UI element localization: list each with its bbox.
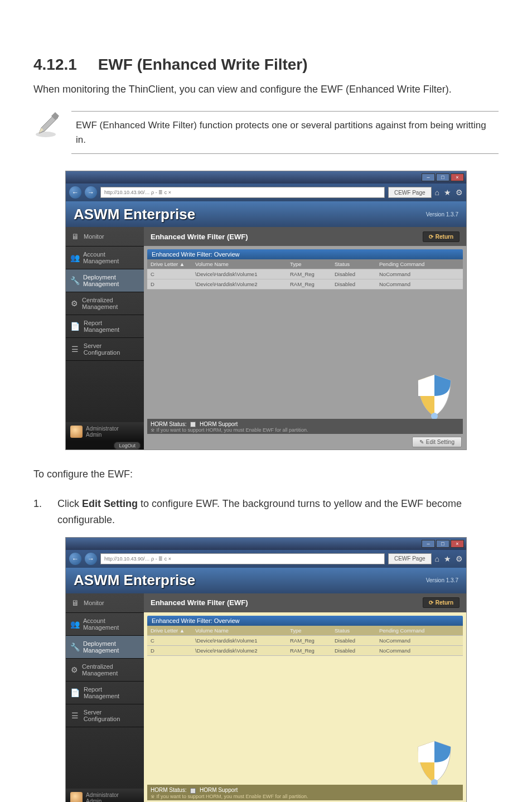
col-volume[interactable]: Volume Name <box>192 259 287 269</box>
window-titlebar: – □ × <box>66 538 466 550</box>
edit-setting-button[interactable]: ✎Edit Setting <box>412 437 462 447</box>
back-icon[interactable]: ← <box>69 186 81 199</box>
main-panel-edit: Enhanced Write Filter (EWF) ⟳Return Enha… <box>144 593 466 802</box>
sidebar-item-report[interactable]: 📄Report Management <box>66 315 144 338</box>
edit-icon: ✎ <box>419 439 424 445</box>
col-type[interactable]: Type <box>287 259 331 269</box>
panel-heading-text: Enhanced Write Filter (EWF) <box>151 598 248 607</box>
bold-edit-setting: Edit Setting <box>82 498 138 509</box>
table-row[interactable]: C \Device\Harddisk\Volume1 RAM_Reg Disab… <box>147 636 463 646</box>
col-volume[interactable]: Volume Name <box>192 626 287 635</box>
cell-pending: NoCommand <box>376 279 463 289</box>
home-icon[interactable]: ⌂ <box>435 188 439 197</box>
table-row[interactable]: C \Device\Harddisk\Volume1 RAM_Reg Disab… <box>147 269 463 279</box>
cell-status: Disabled <box>331 636 376 645</box>
sidebar-item-label: Account Management <box>83 251 139 264</box>
table-row[interactable]: D \Device\Harddisk\Volume2 RAM_Reg Disab… <box>147 646 463 656</box>
return-button[interactable]: ⟳Return <box>423 597 460 608</box>
user-role: Administrator <box>86 426 119 432</box>
sidebar-item-label: Centralized Management <box>82 297 139 310</box>
gear-icon[interactable]: ⚙ <box>456 188 463 197</box>
sidebar-item-server[interactable]: ☰Server Configuration <box>66 704 144 727</box>
app-brand: ASWM Enterprise <box>74 206 195 223</box>
sidebar-item-server[interactable]: ☰Server Configuration <box>66 338 144 361</box>
note-block: EWF (Enhanced Write Filter) function pro… <box>33 111 499 154</box>
return-button[interactable]: ⟳Return <box>423 231 460 242</box>
sidebar-item-label: Deployment Management <box>83 274 139 287</box>
logout-button[interactable]: LogOut <box>114 442 141 450</box>
app-version: Version 1.3.7 <box>426 211 458 218</box>
horm-checkbox[interactable] <box>190 788 196 794</box>
note-text: EWF (Enhanced Write Filter) function pro… <box>71 111 499 154</box>
app-header: ASWM Enterprise Version 1.3.7 <box>66 568 466 593</box>
col-status[interactable]: Status <box>331 259 376 269</box>
sidebar-item-monitor[interactable]: 🖥Monitor <box>66 593 144 613</box>
address-bar[interactable]: http://10.10.43.90/… ρ - ≣ c × <box>100 553 385 564</box>
col-type[interactable]: Type <box>287 626 331 635</box>
horm-value: HORM Support <box>200 787 238 793</box>
sidebar-item-centralized[interactable]: ⚙Centralized Management <box>66 292 144 315</box>
sidebar-item-label: Server Configuration <box>84 342 139 356</box>
sidebar-item-deployment[interactable]: 🔧Deployment Management <box>66 636 144 659</box>
cell-pending: NoCommand <box>376 636 463 645</box>
col-drive[interactable]: Drive Letter ▲ <box>147 626 192 635</box>
sidebar-item-account[interactable]: 👥Account Management <box>66 613 144 636</box>
cell-type: RAM_Reg <box>287 636 331 645</box>
forward-icon[interactable]: → <box>85 186 97 199</box>
sidebar-item-report[interactable]: 📄Report Management <box>66 682 144 704</box>
main-panel: Enhanced Write Filter (EWF) ⟳Return Enha… <box>144 227 466 450</box>
horm-label: HORM Status: <box>151 787 186 793</box>
browser-tab[interactable]: CEWF Page <box>388 187 432 198</box>
col-pending[interactable]: Pending Command <box>376 626 463 635</box>
col-pending[interactable]: Pending Command <box>376 259 463 269</box>
avatar-icon <box>70 792 83 802</box>
address-bar[interactable]: http://10.10.43.90/… ρ - ≣ c × <box>100 187 385 198</box>
sidebar-item-label: Report Management <box>84 686 139 699</box>
user-info: Administrator Admin <box>86 792 119 802</box>
favorite-icon[interactable]: ★ <box>444 554 451 563</box>
sidebar-user: Administrator Admin <box>66 422 144 441</box>
horm-status-bar: HORM Status: HORM Support ※ If you want … <box>147 419 463 434</box>
table-header-row: Drive Letter ▲ Volume Name Type Status P… <box>147 259 463 269</box>
table-row[interactable]: D \Device\Harddisk\Volume2 RAM_Reg Disab… <box>147 279 463 289</box>
horm-checkbox[interactable] <box>190 422 196 427</box>
overview-panel-title: Enhanced Write Filter: Overview <box>147 249 463 259</box>
cell-type: RAM_Reg <box>287 279 331 289</box>
overview-panel-title: Enhanced Write Filter: Overview <box>147 616 463 626</box>
pencil-icon <box>33 111 61 139</box>
browser-tab[interactable]: CEWF Page <box>388 553 432 564</box>
maximize-button[interactable]: □ <box>436 540 449 548</box>
sidebar-item-label: Account Management <box>83 617 139 631</box>
home-icon[interactable]: ⌂ <box>435 554 439 563</box>
col-status[interactable]: Status <box>331 626 376 635</box>
close-button[interactable]: × <box>451 540 464 548</box>
sidebar-item-deployment[interactable]: 🔧Deployment Management <box>66 269 144 292</box>
forward-icon[interactable]: → <box>85 553 97 565</box>
ewf-table: Drive Letter ▲ Volume Name Type Status P… <box>147 259 463 289</box>
ewf-table: Drive Letter ▲ Volume Name Type Status P… <box>147 626 463 656</box>
gear-icon[interactable]: ⚙ <box>456 554 463 563</box>
deploy-icon: 🔧 <box>70 276 80 286</box>
minimize-button[interactable]: – <box>422 540 435 548</box>
browser-tools: ⌂ ★ ⚙ <box>435 188 463 197</box>
screenshot-1: – □ × ← → http://10.10.43.90/… ρ - ≣ c ×… <box>65 171 467 450</box>
sidebar-item-monitor[interactable]: 🖥Monitor <box>66 227 144 247</box>
monitor-icon: 🖥 <box>70 598 80 608</box>
close-button[interactable]: × <box>451 173 464 181</box>
cell-volume: \Device\Harddisk\Volume2 <box>192 646 287 655</box>
cell-status: Disabled <box>331 269 376 279</box>
minimize-button[interactable]: – <box>422 173 435 181</box>
col-drive[interactable]: Drive Letter ▲ <box>147 259 192 269</box>
maximize-button[interactable]: □ <box>436 173 449 181</box>
section-number: 4.12.1 <box>33 56 77 73</box>
favorite-icon[interactable]: ★ <box>444 188 451 197</box>
back-icon[interactable]: ← <box>69 553 81 565</box>
server-icon: ☰ <box>70 711 80 721</box>
cell-type: RAM_Reg <box>287 646 331 655</box>
sidebar-item-label: Monitor <box>84 600 104 606</box>
section-title-text: EWF (Enhanced Write Filter) <box>98 56 308 73</box>
users-icon: 👥 <box>70 253 80 263</box>
sidebar-item-centralized[interactable]: ⚙Centralized Management <box>66 659 144 682</box>
sidebar-item-account[interactable]: 👥Account Management <box>66 247 144 269</box>
sidebar: 🖥Monitor 👥Account Management 🔧Deployment… <box>66 227 144 450</box>
